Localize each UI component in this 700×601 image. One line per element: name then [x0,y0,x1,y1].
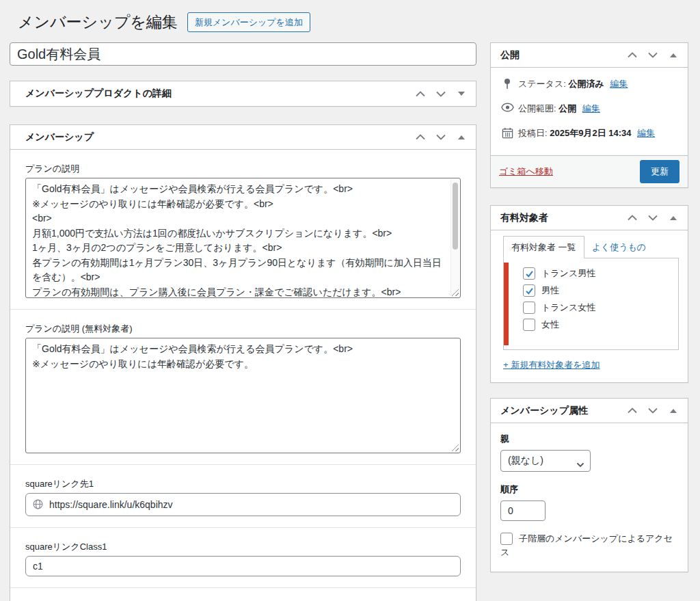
field-plan-description: プランの説明 「Gold有料会員」はメッセージや会員検索が行える会員プランです。… [10,150,476,309]
order-input[interactable] [500,500,546,521]
move-up-icon[interactable] [626,212,638,224]
parent-label: 親 [500,433,678,445]
move-up-icon[interactable] [414,88,427,100]
panel-paid-audience: 有料対象者 有料対象者 一覧 よく使うもの [490,205,688,383]
add-new-audience-link[interactable]: + 新規有料対象者を追加 [503,359,600,371]
field-plan-description-free: プランの説明 (無料対象者) 「Gold有料会員」はメッセージや会員検索が行える… [10,309,476,464]
field-square-link: squareリンク先1 [10,464,476,527]
date-value: 2025年9月2日 14:34 [550,128,631,138]
move-down-icon[interactable] [647,405,659,417]
square-link-class-input[interactable] [25,556,461,576]
panel-publish-title: 公開 [500,49,520,62]
toggle-panel-icon[interactable] [667,212,679,224]
calendar-icon [500,126,514,139]
move-down-icon[interactable] [647,49,659,62]
main-column: メンバーシッププロダクトの詳細 メンバーシップ [10,42,476,601]
square-link-input[interactable] [25,493,461,516]
field-divider [10,587,476,601]
field-label: squareリンクClass1 [25,541,461,552]
edit-membership-page: メンバーシップを編集 新規メンバーシップを追加 メンバーシッププロダクトの詳細 [0,0,700,601]
hierarchy-label: 子階層のメンバーシップによるアクセス [500,533,673,557]
status-row: ステータス: 公開済み 編集 [500,77,678,91]
panel-membership-title: メンバーシップ [25,131,94,144]
publishing-actions: ゴミ箱へ移動 更新 [491,155,688,187]
checkbox[interactable] [523,267,535,280]
move-down-icon[interactable] [647,212,659,224]
textarea-scrollbar[interactable] [450,179,459,297]
chevron-down-icon [576,459,584,470]
date-row: 投稿日: 2025年9月2日 14:34 編集 [500,126,678,140]
toggle-panel-icon[interactable] [455,88,468,100]
audience-tabs: 有料対象者 一覧 よく使うもの [503,236,679,258]
panel-product-details-title: メンバーシッププロダクトの詳細 [25,87,172,101]
parent-select[interactable]: (親なし) [500,450,591,472]
page-title: メンバーシップを編集 [18,12,178,32]
tab-audience-list[interactable]: 有料対象者 一覧 [503,236,584,258]
audience-item: 男性 [523,284,671,297]
post-status-icon [500,77,514,90]
field-label: squareリンク先1 [25,478,461,490]
panel-membership-attributes-header[interactable]: メンバーシップ属性 [491,399,688,423]
hierarchy-option: 子階層のメンバーシップによるアクセス [500,532,678,559]
audience-item-label: トランス男性 [541,267,595,280]
plan-description-free-textarea[interactable]: 「Gold有料会員」はメッセージや会員検索が行える会員プランです。<br> ※メ… [25,338,461,453]
edit-status-link[interactable]: 編集 [610,79,628,89]
panel-product-details: メンバーシッププロダクトの詳細 [10,81,476,107]
audience-item: トランス女性 [523,302,671,314]
move-up-icon[interactable] [626,49,638,62]
panel-paid-audience-header[interactable]: 有料対象者 [491,206,688,230]
field-label: プランの説明 [25,163,461,174]
panel-publish-header[interactable]: 公開 [491,43,688,68]
panel-membership-attributes: メンバーシップ属性 親 (親なし) [490,398,688,572]
checkbox[interactable] [523,284,535,297]
update-button[interactable]: 更新 [640,160,679,183]
toggle-panel-icon[interactable] [455,131,468,144]
edit-date-link[interactable]: 編集 [637,128,655,138]
audience-item: 女性 [523,319,671,331]
visibility-icon [500,102,514,112]
checkbox[interactable] [500,533,513,545]
date-label: 投稿日: [518,128,548,138]
panel-membership-header[interactable]: メンバーシップ [10,125,476,150]
audience-item-label: 男性 [541,284,559,297]
post-title-input[interactable] [10,42,476,66]
order-label: 順序 [500,483,678,496]
panel-membership-attributes-title: メンバーシップ属性 [500,404,588,418]
visibility-value: 公開 [558,103,576,113]
audience-item-label: トランス女性 [541,302,595,314]
toggle-panel-icon[interactable] [667,49,679,62]
audience-checklist: トランス男性 男性 トランス女性 [503,258,679,350]
tab-most-used[interactable]: よく使うもの [584,237,654,258]
panel-paid-audience-title: 有料対象者 [500,211,548,225]
toggle-panel-icon[interactable] [667,405,679,417]
visibility-label: 公開範囲: [518,103,556,113]
side-column: 公開 [490,42,688,590]
status-label: ステータス: [518,79,566,89]
status-value: 公開済み [568,79,604,89]
visibility-row: 公開範囲: 公開 編集 [500,102,678,116]
parent-select-value: (親なし) [508,455,543,467]
edit-visibility-link[interactable]: 編集 [582,103,600,113]
page-heading-row: メンバーシップを編集 新規メンバーシップを追加 [10,11,688,33]
move-up-icon[interactable] [414,131,427,144]
panel-publish: 公開 [490,42,688,188]
move-to-trash-link[interactable]: ゴミ箱へ移動 [499,165,553,178]
checkbox[interactable] [523,319,535,331]
checkbox[interactable] [523,302,535,314]
accent-bar [504,263,509,345]
audience-item-label: 女性 [541,319,559,331]
add-new-membership-button[interactable]: 新規メンバーシップを追加 [187,12,310,32]
move-down-icon[interactable] [435,131,447,144]
resize-grip-icon[interactable] [451,444,459,451]
field-square-link-class: squareリンクClass1 [10,527,476,587]
move-up-icon[interactable] [626,405,638,417]
plan-description-textarea[interactable]: 「Gold有料会員」はメッセージや会員検索が行える会員プランです。<br> ※メ… [25,178,461,298]
globe-icon [32,498,44,513]
audience-item: トランス男性 [523,267,671,280]
panel-membership: メンバーシップ プランの説明 「Gold有料 [10,124,476,601]
move-down-icon[interactable] [435,88,447,100]
panel-product-details-header[interactable]: メンバーシッププロダクトの詳細 [10,81,476,106]
field-label: プランの説明 (無料対象者) [25,323,461,334]
